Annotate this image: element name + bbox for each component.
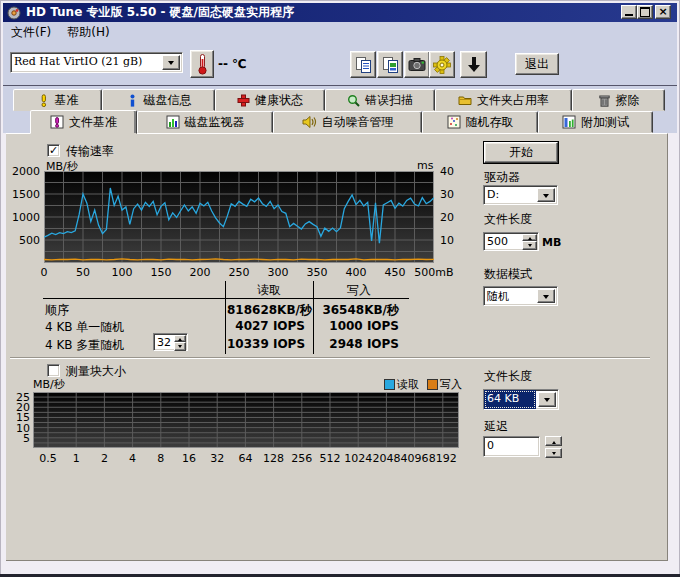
arrow-down-icon	[178, 345, 182, 350]
block-size-checkbox[interactable]	[47, 364, 60, 377]
file-length-unit: MB	[542, 236, 561, 249]
temperature-unit: ℃	[232, 57, 247, 71]
drive-select-value: Red Hat VirtIO (21 gB)	[11, 53, 160, 72]
exit-button[interactable]: 退出	[515, 53, 559, 75]
drive-dropdown-value: D:	[484, 186, 535, 204]
queue-depth-spinner[interactable]: 32	[153, 333, 188, 351]
tab-benchmark[interactable]: 基准	[13, 89, 102, 111]
tab-label: 文件夹占用率	[477, 92, 549, 109]
tab-aam[interactable]: 自动噪音管理	[273, 111, 422, 133]
spin-up-button[interactable]	[174, 335, 186, 342]
tab-label: 擦除	[616, 92, 640, 109]
tab-disk-monitor[interactable]: 磁盘监视器	[137, 111, 273, 133]
queue-depth-spin-buttons	[174, 335, 186, 349]
options-gear-icon	[433, 56, 451, 74]
drive-select-drop-button[interactable]	[162, 55, 180, 70]
error-scan-magnifier-icon	[347, 94, 360, 107]
temperature-button[interactable]	[190, 50, 214, 78]
tab-random-access[interactable]: 随机存取	[422, 111, 538, 133]
speaker-icon	[302, 115, 317, 129]
transfer-rate-checkbox[interactable]: ✓	[47, 144, 60, 157]
arrow-down-icon	[552, 452, 556, 457]
delay-spin-down-button[interactable]	[545, 448, 562, 458]
save-results-button[interactable]	[460, 51, 487, 78]
tab-disk-info[interactable]: 磁盘信息	[102, 89, 215, 111]
file-length2-label: 文件长度	[484, 368, 532, 385]
chevron-down-icon	[544, 398, 550, 405]
drive-select[interactable]: Red Hat VirtIO (21 gB)	[10, 52, 183, 73]
write-column-header: 写入	[315, 282, 403, 299]
spin-down-button[interactable]	[522, 241, 537, 250]
queue-depth-value: 32	[154, 334, 173, 350]
tab-label: 健康状态	[255, 92, 303, 109]
folder-icon	[458, 94, 472, 106]
file-length2-dropdown[interactable]: 64 KB	[483, 389, 559, 410]
window-title: HD Tune 专业版 5.50 - 硬盘/固态硬盘实用程序	[26, 4, 294, 21]
legend-read-swatch	[384, 379, 395, 390]
chevron-down-icon	[168, 61, 174, 68]
row-4k-single-write: 1000 IOPS	[315, 319, 399, 333]
delay-input[interactable]: 0	[483, 436, 540, 457]
row-4k-single-label: 4 KB 单一随机	[45, 319, 124, 336]
tab-extra-tests[interactable]: 附加测试	[538, 111, 653, 133]
read-column-header: 读取	[227, 282, 311, 299]
tab-file-benchmark[interactable]: 文件基准	[30, 110, 137, 134]
copy-text-button[interactable]	[350, 51, 376, 78]
tab-error-scan[interactable]: 错误扫描	[325, 89, 435, 111]
maximize-button[interactable]	[637, 5, 653, 19]
legend-write-label: 写入	[440, 377, 462, 392]
menu-bar: 文件(F) 帮助(H)	[3, 22, 677, 43]
table-column-divider	[225, 281, 226, 354]
trash-icon	[598, 94, 611, 107]
data-pattern-dropdown[interactable]: 随机	[483, 286, 558, 306]
spin-down-button[interactable]	[174, 342, 186, 351]
file-length2-dropdown-button[interactable]	[538, 392, 556, 407]
start-button[interactable]: 开始	[484, 142, 558, 163]
benchmark-icon	[37, 94, 50, 107]
drive-dropdown[interactable]: D:	[483, 185, 558, 205]
table-header-divider	[43, 298, 409, 299]
block-size-label: 测量块大小	[66, 363, 126, 380]
table-column-divider	[313, 281, 314, 354]
row-4k-single-read: 4027 IOPS	[227, 319, 305, 333]
data-pattern-value: 随机	[484, 287, 535, 305]
minimize-button[interactable]	[621, 5, 637, 19]
tab-health[interactable]: 健康状态	[215, 89, 325, 111]
delay-value: 0	[484, 437, 539, 456]
legend-write-item: 写入	[427, 377, 462, 392]
row-sequential-read: 818628KB/秒	[227, 302, 305, 319]
spin-up-button[interactable]	[522, 234, 537, 241]
chart2-legend: 读取 写入	[384, 377, 462, 392]
arrow-down-icon	[528, 244, 532, 249]
data-pattern-dropdown-button[interactable]	[537, 289, 555, 303]
screenshot-button[interactable]	[404, 51, 430, 78]
start-button-frame: 开始	[483, 141, 559, 164]
copy-image-button[interactable]	[377, 51, 403, 78]
down-arrow-icon	[466, 56, 482, 74]
tab-folder-usage[interactable]: 文件夹占用率	[435, 89, 572, 111]
file-length-label: 文件长度	[484, 211, 532, 228]
block-size-chart	[33, 392, 459, 448]
tab-label: 附加测试	[581, 114, 629, 131]
file-length-value: 500	[484, 233, 521, 250]
legend-read-label: 读取	[397, 377, 419, 392]
arrow-up-icon	[528, 235, 532, 240]
row-4k-multi-label: 4 KB 多重随机	[45, 337, 124, 354]
menu-help[interactable]: 帮助(H)	[59, 22, 117, 43]
temperature-value: --	[218, 57, 228, 71]
tab-label: 磁盘监视器	[185, 114, 245, 131]
menu-file[interactable]: 文件(F)	[3, 22, 59, 43]
random-access-icon	[447, 115, 461, 129]
close-button[interactable]: ×	[655, 5, 671, 19]
file-length-spinner[interactable]: 500	[483, 232, 539, 251]
drive-dropdown-button[interactable]	[537, 188, 555, 202]
copy-text-icon	[355, 56, 372, 74]
row-sequential-label: 顺序	[45, 302, 69, 319]
extra-tests-icon	[562, 115, 576, 129]
app-icon	[7, 6, 21, 20]
chevron-down-icon	[543, 295, 549, 302]
arrow-up-icon	[178, 336, 182, 341]
tab-erase[interactable]: 擦除	[572, 89, 665, 111]
options-button[interactable]	[429, 51, 455, 78]
delay-spin-up-button[interactable]	[545, 436, 562, 446]
